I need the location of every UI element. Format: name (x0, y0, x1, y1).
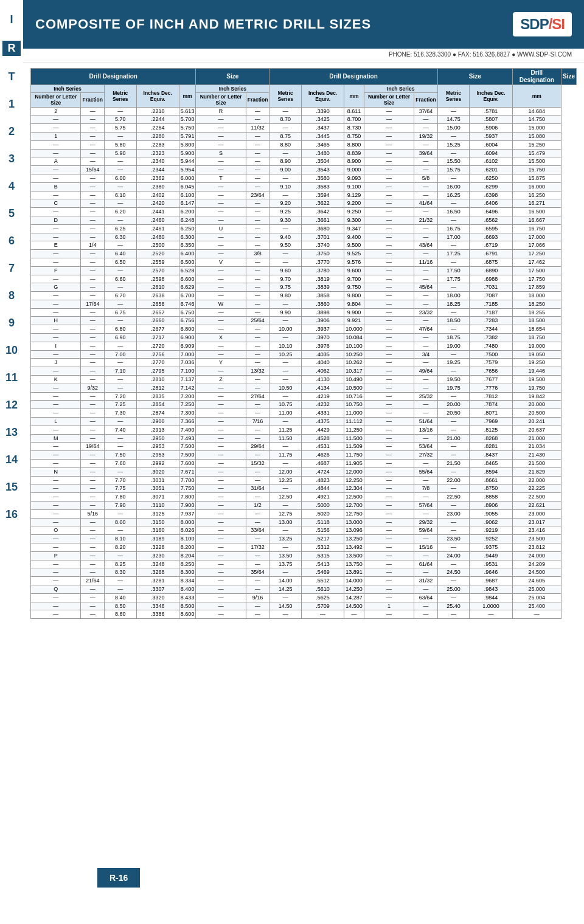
g1-met: — (104, 467, 136, 476)
g1-mm: 7.500 (179, 443, 196, 451)
sidebar-letter-2: 2 (2, 125, 21, 138)
g1-mm: 6.100 (179, 191, 196, 199)
g1-frac: — (81, 535, 105, 543)
g1-mm: 7.137 (179, 376, 196, 384)
g1-frac: — (81, 258, 105, 266)
g2-dec: .5709 (301, 602, 344, 610)
g3-mm: 15.000 (512, 124, 561, 133)
g1-frac: — (81, 409, 105, 418)
g2-frac: — (246, 275, 269, 283)
g2-frac: — (246, 208, 269, 216)
g1-mm: 6.746 (179, 300, 196, 308)
g1-num: — (31, 300, 81, 308)
g1-dec: .3346 (136, 602, 179, 610)
g3-met: — (437, 518, 470, 526)
g2-num: — (196, 577, 246, 585)
g2-num: — (196, 392, 246, 401)
g2-dec: .4130 (301, 376, 344, 384)
g2-mm: 9.347 (344, 224, 364, 233)
g1-met: — (104, 376, 136, 384)
g2-num: X (196, 334, 246, 342)
g2-mm: 10.500 (344, 384, 364, 392)
g1-mm: 8.250 (179, 560, 196, 568)
g2-dec: .5610 (301, 585, 344, 593)
g2-num: — (196, 593, 246, 602)
g2-num: — (196, 292, 246, 300)
g3-num: — (364, 300, 414, 308)
g3-frac: — (414, 602, 438, 610)
g2-mm: 10.100 (344, 342, 364, 350)
g2-num: Z (196, 376, 246, 384)
g3-dec: .9687 (470, 577, 512, 585)
g2-num: — (196, 493, 246, 502)
g2-frac: — (246, 376, 269, 384)
table-row: — 17/64 — .2656 6.746 W — — .3860 9.804 … (31, 300, 577, 308)
g2-frac: — (246, 409, 269, 418)
g3-mm: 22.225 (512, 484, 561, 493)
g2-mm: 8.611 (344, 107, 364, 116)
g3-met: 20.50 (437, 409, 470, 418)
g1-mm: 8.433 (179, 593, 196, 602)
g1-mm: 6.800 (179, 325, 196, 334)
g3-frac: 23/32 (414, 308, 438, 317)
g2-met: — (269, 392, 302, 401)
table-row: — — 7.70 .3031 7.700 — — 12.25 .4823 12.… (31, 476, 577, 484)
g2-frac: — (246, 342, 269, 350)
g2-mm: 11.750 (344, 451, 364, 460)
g2-dec: .3480 (301, 149, 344, 157)
g2-mm: 10.000 (344, 325, 364, 334)
g1-frac: 21/64 (81, 577, 105, 585)
g1-dec: .3160 (136, 526, 179, 535)
g3-dec: .7500 (470, 350, 512, 359)
g1-dec: .2283 (136, 140, 179, 149)
g3-mm: 19.750 (512, 384, 561, 392)
g1-mm: 6.900 (179, 334, 196, 342)
g1-mm: 7.500 (179, 451, 196, 460)
g3-num: — (364, 292, 414, 300)
g3-met: — (437, 149, 470, 157)
g3-num: — (364, 216, 414, 224)
g1-met: — (104, 342, 136, 350)
g1-frac: — (81, 342, 105, 350)
g2-frac: 25/64 (246, 317, 269, 325)
g2-num: — (196, 509, 246, 518)
g1-met: 8.10 (104, 535, 136, 543)
g1-num: — (31, 509, 81, 518)
g1-dec: .2344 (136, 166, 179, 174)
g3-dec: .7031 (470, 283, 512, 292)
g1-dec: .2660 (136, 317, 179, 325)
g3-num: — (364, 551, 414, 560)
g3-num: — (364, 241, 414, 250)
g2-met: 8.90 (269, 157, 302, 166)
g3-met: 22.50 (437, 493, 470, 502)
g3-dec: — (470, 610, 512, 619)
g3-frac: — (414, 317, 438, 325)
table-row: — — 8.30 .3268 8.300 — 35/64 — .5469 13.… (31, 568, 577, 577)
g3-num: — (364, 392, 414, 401)
g1-met: 5.70 (104, 116, 136, 124)
g1-frac: — (81, 560, 105, 568)
g1-num: — (31, 367, 81, 376)
col-group3-drill: Drill Designation (512, 69, 561, 85)
g2-frac: — (246, 292, 269, 300)
table-row: — — 5.75 .2264 5.750 — 11/32 — .3437 8.7… (31, 124, 577, 133)
g3-mm: 18.250 (512, 300, 561, 308)
g1-met: 6.00 (104, 174, 136, 182)
drill-sizes-table: Drill Designation Size Drill Designation… (30, 68, 577, 619)
g2-mm: 14.250 (344, 585, 364, 593)
sidebar-letter-9: 9 (2, 317, 21, 329)
g3-dec: .6201 (470, 166, 512, 174)
g1-mm: 8.300 (179, 568, 196, 577)
g2-frac: — (246, 258, 269, 266)
g3-frac: — (414, 250, 438, 258)
g2-mm: 10.716 (344, 392, 364, 401)
g3-met: 24.50 (437, 568, 470, 577)
g2-mm: 9.000 (344, 166, 364, 174)
g1-num: — (31, 258, 81, 266)
g3-frac: 15/16 (414, 543, 438, 552)
g2-frac: — (246, 325, 269, 334)
g3-num: — (364, 191, 414, 199)
g3-mm: 16.500 (512, 208, 561, 216)
g1-dec: .2950 (136, 434, 179, 443)
g3-met: — (437, 367, 470, 376)
